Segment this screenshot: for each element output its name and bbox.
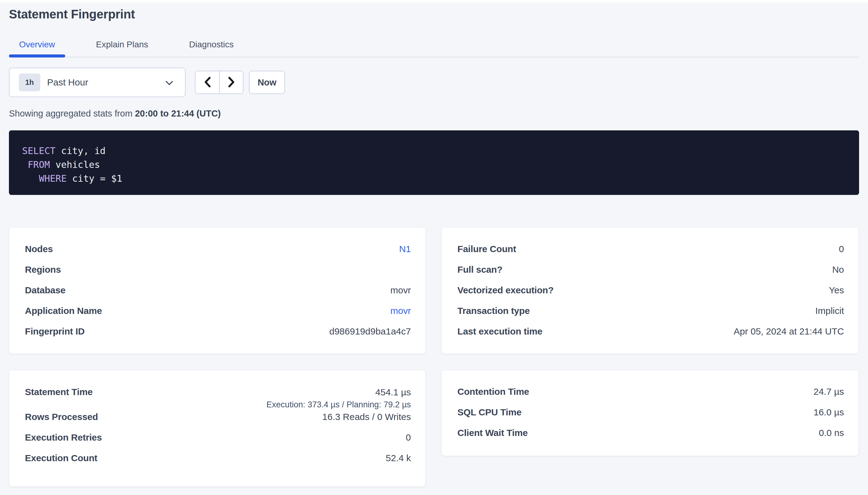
execution-count-value: 52.4 k (386, 453, 411, 463)
nodes-label: Nodes (25, 244, 53, 254)
database-row: Database movr (25, 280, 411, 301)
contention-time-row: Contention Time 24.7 µs (457, 381, 844, 402)
statement-time-label: Statement Time (25, 387, 93, 397)
transaction-type-row: Transaction type Implicit (457, 301, 844, 321)
contention-time-label: Contention Time (457, 387, 529, 397)
database-value: movr (390, 285, 411, 295)
full-scan-row: Full scan? No (457, 259, 844, 280)
nodes-row: Nodes N1 (25, 239, 411, 259)
failure-count-label: Failure Count (457, 244, 516, 254)
tab-diagnostics-label: Diagnostics (189, 40, 234, 49)
last-execution-time-value: Apr 05, 2024 at 21:44 UTC (734, 326, 844, 337)
previous-interval-button[interactable] (195, 71, 219, 93)
statement-time-row: Statement Time 454.1 µs Execution: 373.4… (25, 381, 411, 407)
chevron-left-icon (203, 76, 211, 88)
execution-retries-row: Execution Retries 0 (25, 427, 411, 448)
statement-details-card: Nodes N1 Regions Database movr Applicati… (9, 227, 426, 354)
time-range-dropdown[interactable]: 1h Past Hour (9, 68, 185, 97)
time-range-badge: 1h (19, 73, 40, 91)
sql-line: WHERE city = $1 (22, 172, 847, 185)
client-wait-time-label: Client Wait Time (457, 428, 528, 438)
application-name-label: Application Name (25, 306, 102, 316)
last-execution-time-row: Last execution time Apr 05, 2024 at 21:4… (457, 321, 844, 342)
fingerprint-id-label: Fingerprint ID (25, 326, 85, 337)
statement-time-valueblock: 454.1 µs Execution: 373.4 µs / Planning:… (266, 387, 411, 410)
timing-card: Statement Time 454.1 µs Execution: 373.4… (9, 370, 426, 487)
top-strip (0, 0, 868, 2)
transaction-type-value: Implicit (815, 306, 844, 316)
aggregated-stats-prefix: Showing aggregated stats from (9, 108, 135, 118)
chevron-down-icon (165, 81, 173, 87)
vectorized-execution-label: Vectorized execution? (457, 285, 554, 295)
sql-cpu-time-row: SQL CPU Time 16.0 µs (457, 402, 844, 423)
failure-count-row: Failure Count 0 (457, 239, 844, 259)
tab-overview[interactable]: Overview (9, 39, 65, 56)
execution-count-label: Execution Count (25, 453, 97, 463)
execution-count-row: Execution Count 52.4 k (25, 448, 411, 468)
sql-statement-box: SELECT city, id FROM vehicles WHERE city… (9, 130, 859, 195)
execution-retries-value: 0 (406, 432, 411, 443)
aggregated-stats-note: Showing aggregated stats from 20:00 to 2… (9, 108, 859, 119)
database-label: Database (25, 285, 66, 295)
rows-processed-value: 16.3 Reads / 0 Writes (322, 412, 411, 422)
full-scan-value: No (832, 264, 844, 275)
now-button[interactable]: Now (249, 71, 285, 94)
tab-bar: Overview Explain Plans Diagnostics (9, 39, 859, 57)
time-nav-group (195, 71, 244, 94)
transaction-type-label: Transaction type (457, 306, 530, 316)
contention-time-value: 24.7 µs (814, 387, 844, 397)
aggregated-stats-range: 20:00 to 21:44 (UTC) (135, 108, 221, 118)
sql-keyword: SELECT (22, 146, 55, 156)
chevron-right-icon (228, 76, 235, 88)
execution-attributes-card: Failure Count 0 Full scan? No Vectorized… (441, 227, 859, 354)
time-range-selected: Past Hour (47, 77, 88, 88)
sql-line: SELECT city, id (22, 144, 847, 158)
application-name-link[interactable]: movr (390, 306, 411, 316)
last-execution-time-label: Last execution time (457, 326, 542, 337)
vectorized-execution-row: Vectorized execution? Yes (457, 280, 844, 301)
sql-cpu-time-label: SQL CPU Time (457, 407, 521, 417)
failure-count-value: 0 (839, 244, 844, 254)
statement-time-breakdown: Execution: 373.4 µs / Planning: 79.2 µs (266, 400, 411, 410)
time-controls: 1h Past Hour Now (9, 68, 859, 97)
sql-keyword: WHERE (39, 173, 66, 184)
rows-processed-label: Rows Processed (25, 412, 98, 422)
client-wait-time-row: Client Wait Time 0.0 ns (457, 423, 844, 443)
execution-retries-label: Execution Retries (25, 432, 102, 443)
fingerprint-id-value: d986919d9ba1a4c7 (329, 326, 411, 337)
tab-overview-label: Overview (19, 40, 55, 49)
sql-line: FROM vehicles (22, 158, 847, 172)
regions-row: Regions (25, 259, 411, 280)
vectorized-execution-value: Yes (829, 285, 844, 295)
tab-diagnostics[interactable]: Diagnostics (179, 39, 244, 56)
tab-explain-plans[interactable]: Explain Plans (86, 39, 159, 56)
full-scan-label: Full scan? (457, 264, 502, 275)
page-title: Statement Fingerprint (9, 7, 859, 21)
sql-keyword: FROM (28, 159, 50, 170)
regions-label: Regions (25, 264, 61, 275)
application-name-row: Application Name movr (25, 301, 411, 321)
wait-times-card: Contention Time 24.7 µs SQL CPU Time 16.… (441, 370, 859, 456)
tab-explain-plans-label: Explain Plans (96, 40, 148, 49)
statement-time-value: 454.1 µs (266, 387, 411, 398)
sql-cpu-time-value: 16.0 µs (814, 407, 844, 417)
nodes-link[interactable]: N1 (399, 244, 411, 254)
next-interval-button[interactable] (219, 71, 243, 93)
statement-fingerprint-page: Statement Fingerprint Overview Explain P… (0, 7, 868, 487)
client-wait-time-value: 0.0 ns (819, 428, 844, 438)
summary-cards-grid: Nodes N1 Regions Database movr Applicati… (9, 227, 859, 487)
fingerprint-id-row: Fingerprint ID d986919d9ba1a4c7 (25, 321, 411, 342)
